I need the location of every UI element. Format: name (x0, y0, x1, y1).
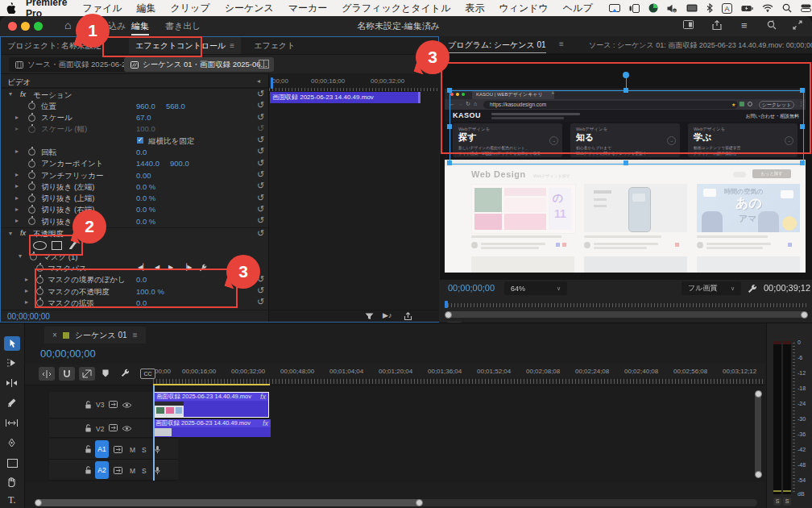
fx-row-motion[interactable]: ▾ fx モーション ↺ (1, 88, 268, 100)
stopwatch-icon[interactable] (28, 206, 35, 214)
fx-row-opacity[interactable]: ▾ fx 不透明度 ↺ (1, 227, 268, 239)
meter-solo-left[interactable]: S (773, 498, 781, 506)
tab-effect-controls[interactable]: エフェクトコントロール ≡ (129, 37, 241, 54)
twirl-icon[interactable]: ▸ (15, 148, 19, 155)
twirl-icon[interactable]: ▾ (9, 230, 12, 237)
twirl-icon[interactable]: ▸ (25, 298, 28, 306)
stopwatch-icon[interactable] (28, 148, 35, 156)
pie-chart-icon[interactable] (648, 3, 658, 14)
reset-icon[interactable]: ↺ (257, 204, 264, 214)
stopwatch-icon[interactable] (36, 299, 44, 306)
twirl-icon[interactable]: ▾ (19, 252, 22, 260)
screen-mirroring-icon[interactable] (609, 3, 620, 14)
tab-effects[interactable]: エフェクト (247, 37, 301, 54)
stopwatch-icon[interactable] (28, 172, 35, 179)
value-field[interactable]: 568.0 (166, 102, 185, 110)
stopwatch-icon[interactable] (28, 183, 35, 190)
fx-row-position[interactable]: 位置 960.0 568.0 ↺ (1, 100, 268, 111)
menu-file[interactable]: ファイル (82, 2, 122, 15)
sequence-clip-tab[interactable]: シーケンス 01・画面収録 2025-06... (124, 57, 274, 72)
tracks-scroll-top-handle[interactable] (755, 390, 762, 398)
search-settings-icon[interactable] (767, 20, 777, 30)
stopwatch-icon[interactable] (28, 195, 35, 202)
reset-icon[interactable]: ↺ (257, 169, 264, 180)
reset-icon[interactable]: ↺ (257, 135, 264, 145)
stage-manager-icon[interactable] (629, 3, 640, 14)
timeline-ruler[interactable]: 00;00 00;00;16;00 00;00;32;00 00;00;48;0… (153, 364, 765, 385)
sync-lock-icon[interactable] (109, 401, 118, 408)
twirl-icon[interactable]: ▸ (15, 194, 19, 202)
linked-selection-icon[interactable] (79, 367, 95, 381)
logi-icon[interactable] (801, 3, 811, 14)
program-playhead[interactable] (445, 301, 448, 308)
program-panel-menu-icon[interactable]: ≡ (559, 40, 564, 48)
program-video-frame[interactable]: KASOU | WEBデザインキャリ + ← → ↻ ⌂ https://kas… (445, 89, 806, 273)
value-field[interactable]: 0.0 % (136, 205, 155, 214)
ec-timecode[interactable]: 00;00;00;00 (7, 312, 50, 321)
fx-row-crop-left[interactable]: ▸ 切り抜き (左端) 0.0 % ↺ (1, 181, 268, 192)
window-zoom-button[interactable] (34, 22, 43, 31)
menu-help[interactable]: ヘルプ (563, 2, 593, 15)
stopwatch-icon[interactable] (36, 277, 44, 284)
panel-menu-icon[interactable]: ≡ (230, 41, 234, 50)
tracks-scroll-bottom-handle[interactable] (755, 471, 762, 478)
reset-icon[interactable]: ↺ (257, 193, 264, 203)
menu-view[interactable]: 表示 (465, 2, 484, 15)
play-audio-icon[interactable]: ▶♪ (383, 311, 392, 319)
program-tab[interactable]: プログラム: シーケンス 01 (448, 40, 546, 53)
window-close-button[interactable] (8, 22, 17, 31)
program-scrollbar[interactable] (446, 311, 806, 318)
fx-row-anchor-point[interactable]: アンカーポイント 1440.0 900.0 ↺ (1, 158, 268, 169)
solo-button[interactable]: S (142, 446, 147, 454)
meter-solo-right[interactable]: S (783, 498, 791, 506)
type-tool[interactable]: T. (8, 494, 15, 506)
value-field[interactable]: 0.0 (136, 298, 147, 307)
value-field[interactable]: 900.0 (170, 159, 189, 168)
fx-row-crop-right[interactable]: ▸ 切り抜き (右端) 0.0 % ↺ (1, 204, 268, 215)
timeline-scroll-left-handle[interactable] (35, 499, 42, 506)
fx-row-mask-expansion[interactable]: ▸ マスクの拡張 0.0 ↺ (1, 297, 268, 308)
fx-row-scale-width[interactable]: ▸ スケール (幅) 100.0 ↺ (1, 123, 268, 135)
reset-icon[interactable]: ↺ (257, 112, 264, 123)
uniform-scale-checkbox[interactable]: ✓ (136, 136, 144, 144)
fullscreen-icon[interactable] (793, 20, 802, 30)
snap-magnet-icon[interactable] (59, 367, 75, 381)
mute-button[interactable]: M (130, 446, 135, 454)
ec-playhead[interactable] (271, 77, 273, 89)
timeline-panel-menu-icon[interactable]: ≡ (133, 331, 138, 339)
home-icon[interactable]: ⌂ (64, 19, 71, 31)
sequence-tab[interactable]: × シーケンス 01 ≡ (44, 327, 146, 344)
tracks-vertical-scrollbar[interactable] (755, 392, 761, 476)
workspace-menu-icon[interactable]: ≡ (741, 19, 748, 31)
spotlight-icon[interactable] (782, 3, 792, 14)
timeline-settings-wrench-icon[interactable] (121, 369, 130, 377)
stopwatch-icon[interactable] (36, 264, 44, 272)
program-settings-wrench-icon[interactable] (748, 284, 757, 294)
lock-icon[interactable] (85, 445, 92, 454)
clip-v3[interactable]: 画面収録 2025-06-23 14.40.49.movfx (153, 392, 269, 418)
value-field[interactable]: 0.0 % (136, 194, 155, 202)
fx-row-mask-group[interactable]: ▾ マスク (1) (1, 251, 268, 262)
mask-track-forward-icon[interactable]: ▶ (168, 264, 173, 271)
program-ruler[interactable] (445, 301, 807, 309)
value-field[interactable]: 0.0 (136, 275, 147, 284)
twirl-icon[interactable]: ▸ (25, 276, 28, 283)
voiceover-mic-icon[interactable] (154, 466, 161, 475)
timeline-playhead-line[interactable] (153, 385, 155, 481)
reset-icon[interactable]: ↺ (257, 158, 264, 169)
menu-sequence[interactable]: シーケンス (225, 2, 274, 15)
menu-marker[interactable]: マーカー (288, 2, 328, 15)
fx-row-scale[interactable]: ▸ スケール 67.0 ↺ (1, 112, 268, 123)
menu-window[interactable]: ウィンドウ (499, 2, 548, 15)
value-field[interactable]: 100.0 % (136, 287, 164, 296)
fx-row-antiflicker[interactable]: ▸ アンチフリッカー 0.00 ↺ (1, 169, 268, 181)
wifi-icon[interactable] (762, 3, 773, 14)
sync-lock-icon[interactable] (114, 446, 122, 453)
track-output-eye-icon[interactable] (122, 425, 132, 432)
wrench-icon[interactable] (199, 264, 207, 272)
tab-export[interactable]: 書き出し (165, 20, 201, 32)
fx-row-uniform-scale[interactable]: ✓ 縦横比を固定 ↺ (1, 135, 268, 146)
ec-ruler-ticks[interactable] (269, 88, 439, 91)
close-tab-icon[interactable]: × (52, 331, 57, 339)
track-output-eye-icon[interactable] (122, 402, 132, 409)
